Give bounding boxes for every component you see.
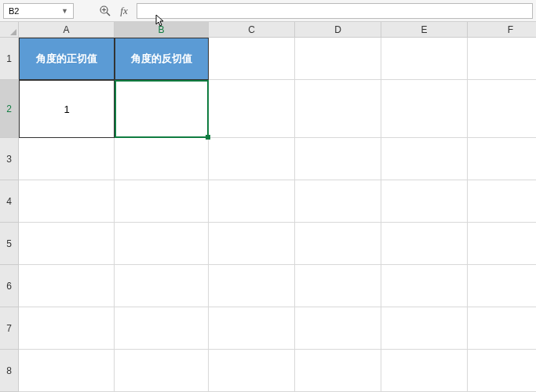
cell-c8[interactable]: [209, 350, 295, 392]
cell-f3[interactable]: [468, 138, 536, 180]
col-header-a[interactable]: A: [19, 22, 115, 38]
cell-d6[interactable]: [295, 265, 381, 307]
cell-a2[interactable]: 1: [19, 80, 115, 138]
col-header-c[interactable]: C: [209, 22, 295, 38]
zoom-icon[interactable]: [97, 3, 113, 19]
select-all-corner[interactable]: [0, 22, 19, 38]
row-header-7[interactable]: 7: [0, 307, 19, 350]
cell-a1[interactable]: 角度的正切值: [19, 38, 115, 80]
cell-d5[interactable]: [295, 223, 381, 265]
cell-c6[interactable]: [209, 265, 295, 307]
cell-c3[interactable]: [209, 138, 295, 180]
spreadsheet: 1 2 3 4 5 6 7 8 A B C D E F 角度的正切值 角度的反切…: [0, 22, 536, 392]
row-header-3[interactable]: 3: [0, 138, 19, 180]
cell-b6[interactable]: [115, 265, 209, 307]
cell-b3[interactable]: [115, 138, 209, 180]
cell-e7[interactable]: [381, 307, 468, 350]
row-header-6[interactable]: 6: [0, 265, 19, 307]
cell-b1[interactable]: 角度的反切值: [115, 38, 209, 80]
cell-f8[interactable]: [468, 350, 536, 392]
cell-e3[interactable]: [381, 138, 468, 180]
cell-f1[interactable]: [468, 38, 536, 80]
cell-a6[interactable]: [19, 265, 115, 307]
formula-input[interactable]: [137, 3, 533, 19]
row-headers: 1 2 3 4 5 6 7 8: [0, 38, 19, 392]
cell-c2[interactable]: [209, 80, 295, 138]
corner-triangle-icon: [10, 29, 16, 35]
cell-f4[interactable]: [468, 180, 536, 223]
cell-a5[interactable]: [19, 223, 115, 265]
cell-e4[interactable]: [381, 180, 468, 223]
cell-d4[interactable]: [295, 180, 381, 223]
row-header-8[interactable]: 8: [0, 350, 19, 392]
cell-a8[interactable]: [19, 350, 115, 392]
cell-d1[interactable]: [295, 38, 381, 80]
name-box-value: B2: [9, 6, 61, 16]
row-header-4[interactable]: 4: [0, 180, 19, 223]
name-box-dropdown-icon[interactable]: ▼: [61, 7, 68, 15]
row-header-2[interactable]: 2: [0, 80, 19, 138]
cell-b5[interactable]: [115, 223, 209, 265]
cell-c1[interactable]: [209, 38, 295, 80]
col-header-d[interactable]: D: [295, 22, 381, 38]
cell-a3[interactable]: [19, 138, 115, 180]
cell-d8[interactable]: [295, 350, 381, 392]
name-box[interactable]: B2 ▼: [3, 3, 74, 19]
cell-d2[interactable]: [295, 80, 381, 138]
row-header-1[interactable]: 1: [0, 38, 19, 80]
col-header-f[interactable]: F: [468, 22, 536, 38]
row-header-5[interactable]: 5: [0, 223, 19, 265]
cell-f7[interactable]: [468, 307, 536, 350]
cell-b2[interactable]: [115, 80, 209, 138]
cell-c4[interactable]: [209, 180, 295, 223]
cell-e5[interactable]: [381, 223, 468, 265]
column-headers: A B C D E F: [19, 22, 536, 38]
svg-line-1: [107, 13, 110, 16]
cell-c5[interactable]: [209, 223, 295, 265]
formula-bar: B2 ▼ fx: [0, 0, 536, 22]
cell-c7[interactable]: [209, 307, 295, 350]
cell-e8[interactable]: [381, 350, 468, 392]
cell-e1[interactable]: [381, 38, 468, 80]
cell-a4[interactable]: [19, 180, 115, 223]
cell-e6[interactable]: [381, 265, 468, 307]
cell-b8[interactable]: [115, 350, 209, 392]
col-header-e[interactable]: E: [381, 22, 468, 38]
cell-d7[interactable]: [295, 307, 381, 350]
cell-f6[interactable]: [468, 265, 536, 307]
cell-e2[interactable]: [381, 80, 468, 138]
cell-b7[interactable]: [115, 307, 209, 350]
cell-a7[interactable]: [19, 307, 115, 350]
formula-toolbar: fx: [97, 3, 132, 19]
insert-function-icon[interactable]: fx: [116, 3, 132, 19]
col-header-b[interactable]: B: [115, 22, 209, 38]
cell-f2[interactable]: [468, 80, 536, 138]
cell-f5[interactable]: [468, 223, 536, 265]
cell-d3[interactable]: [295, 138, 381, 180]
cell-b4[interactable]: [115, 180, 209, 223]
grid-area: 角度的正切值 角度的反切值 1: [19, 38, 536, 392]
